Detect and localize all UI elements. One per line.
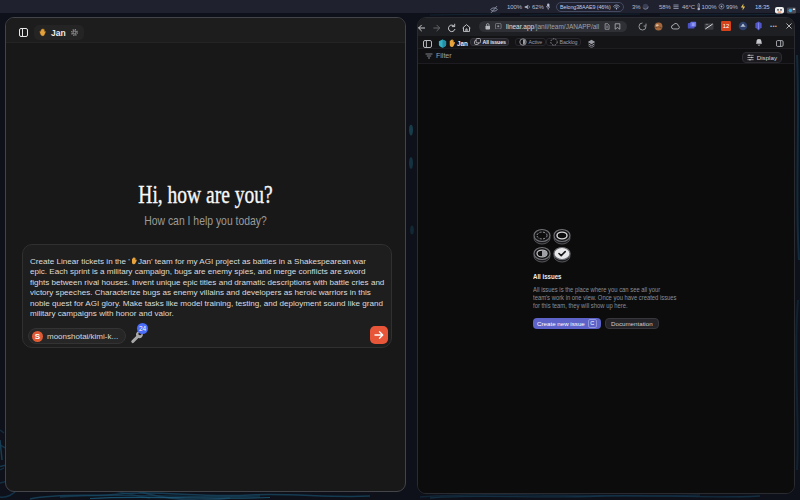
svg-text:12: 12	[723, 23, 730, 29]
